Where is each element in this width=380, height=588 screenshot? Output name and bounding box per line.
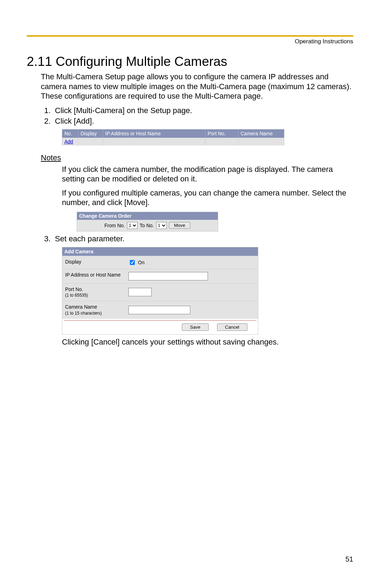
col-header-display: Display — [78, 129, 103, 138]
section-title: 2.11 Configuring Multiple Cameras — [27, 54, 353, 69]
note-1: If you click the camera number, the modi… — [62, 165, 353, 184]
cell-display — [78, 138, 103, 146]
add-camera-form: Add Camera Display On IP Address or Host… — [62, 247, 258, 335]
separator — [62, 319, 258, 321]
ip-label: IP Address or Host Name — [62, 269, 126, 283]
cell-ip — [103, 138, 205, 146]
save-button[interactable]: Save — [182, 323, 209, 331]
camera-name-input[interactable] — [128, 306, 190, 314]
move-button[interactable]: Move — [169, 222, 191, 229]
running-header: Operating Instructions — [27, 38, 353, 45]
to-no-select[interactable]: 1 — [156, 222, 167, 229]
col-header-ip: IP Address or Host Name — [103, 129, 205, 138]
accent-rule — [27, 35, 353, 37]
add-link[interactable]: Add — [64, 139, 73, 144]
notes-heading: Notes — [41, 153, 353, 162]
intro-paragraph: The Multi-Camera Setup page allows you t… — [27, 72, 353, 101]
col-header-port: Port No. — [205, 129, 239, 138]
col-header-name: Camera Name — [239, 129, 284, 138]
step-2: Click [Add]. — [53, 117, 353, 126]
from-no-select[interactable]: 1 — [127, 222, 138, 229]
note-2: If you configured multiple cameras, you … — [62, 188, 353, 208]
to-label: To No. — [140, 223, 154, 228]
cell-name — [239, 138, 284, 146]
step-1: Click [Multi-Camera] on the Setup page. — [53, 106, 353, 115]
port-input[interactable] — [128, 288, 152, 296]
camera-list-table: No. Display IP Address or Host Name Port… — [62, 129, 284, 146]
cell-port — [205, 138, 239, 146]
ip-input[interactable] — [128, 272, 208, 280]
display-label: Display — [62, 256, 126, 269]
page-number: 51 — [346, 555, 353, 563]
port-label: Port No. (1 to 65535) — [62, 284, 126, 301]
camera-name-label: Camera Name (1 to 15 characters) — [62, 301, 126, 319]
change-order-title: Change Camera Order — [77, 212, 218, 220]
col-header-no: No. — [62, 129, 78, 138]
add-camera-title: Add Camera — [62, 247, 258, 256]
cancel-footer-note: Clicking [Cancel] cancels your settings … — [62, 338, 353, 347]
from-label: From No. — [104, 223, 125, 228]
display-checkbox[interactable] — [130, 260, 135, 265]
cancel-button[interactable]: Cancel — [217, 323, 247, 331]
change-order-panel: Change Camera Order From No. 1 To No. 1 … — [77, 212, 218, 231]
step-3: Set each parameter. — [53, 234, 353, 243]
display-on-text: On — [138, 260, 145, 265]
